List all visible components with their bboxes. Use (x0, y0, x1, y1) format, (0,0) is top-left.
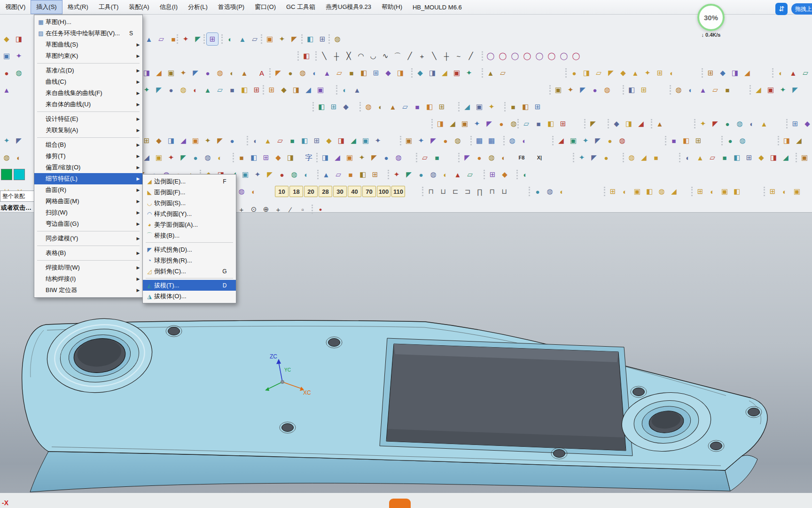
toolbar-icon[interactable]: ◍ (486, 151, 497, 164)
toolbar-icon[interactable]: ◢ (303, 84, 314, 96)
toolbar-icon[interactable]: ◢ (668, 185, 679, 198)
toolbar-icon[interactable]: ▲ (202, 84, 213, 96)
toolbar-icon[interactable]: ◐ (190, 84, 201, 96)
toolbar-icon[interactable]: ■ (722, 84, 733, 96)
insert-menu-item[interactable]: 关联复制(A)▶ (34, 125, 142, 136)
detail-submenu-item[interactable]: ⌒桥接(B)... (143, 230, 236, 241)
toolbar-icon[interactable]: ▱ (710, 84, 721, 96)
detail-submenu-item[interactable]: ◿倒斜角(C)...G (143, 266, 236, 277)
toolbar-icon[interactable]: ◤ (273, 67, 284, 79)
toolbar-icon[interactable]: ◤ (428, 135, 439, 147)
toolbar-icon[interactable]: ▣ (190, 135, 201, 147)
toolbar-icon[interactable]: ⊞ (369, 168, 381, 181)
toolbar-icon[interactable]: ▣ (459, 118, 470, 130)
detail-submenu-item[interactable]: ◠样式倒圆(Y)... (143, 208, 236, 219)
toolbar-icon[interactable]: ◧ (731, 185, 742, 198)
toolbar-icon[interactable]: A (256, 67, 267, 79)
toolbar-icon[interactable]: ✦ (471, 118, 483, 130)
toolbar-icon[interactable]: ▱ (464, 168, 476, 181)
toolbar-icon[interactable]: ⊞ (436, 101, 447, 113)
toolbar-icon[interactable]: ◍ (601, 84, 613, 96)
menubar-item[interactable]: 格式(R) (62, 0, 94, 14)
small-hole[interactable] (282, 424, 294, 432)
toolbar-icon[interactable]: ✦ (463, 67, 475, 79)
toolbar-icon[interactable]: ◯ (534, 50, 545, 62)
toolbar-icon[interactable]: ∿ (380, 50, 391, 62)
toolbar-icon[interactable]: ◍ (428, 168, 439, 181)
small-hole[interactable] (633, 388, 645, 396)
toolbar-icon[interactable]: ◨ (320, 151, 331, 164)
toolbar-icon[interactable]: ▲ (239, 67, 250, 79)
toolbar-icon[interactable]: ◤ (368, 151, 380, 164)
toolbar-icon[interactable]: ▱ (249, 33, 260, 45)
toolbar-icon[interactable]: ◠ (355, 50, 367, 62)
toolbar-icon[interactable]: ◐ (225, 33, 236, 45)
toolbar-icon[interactable]: ◤ (484, 118, 495, 130)
toolbar-icon[interactable]: ⊕ (260, 203, 272, 215)
detail-submenu-item[interactable]: ◔球形拐角(R)... (143, 255, 236, 266)
toolbar-icon[interactable]: + (416, 50, 428, 62)
toolbar-icon[interactable]: ⊔ (437, 185, 449, 198)
toolbar-icon[interactable]: ⊞ (638, 84, 649, 96)
toolbar-icon[interactable]: ■ (719, 151, 730, 164)
toolbar-icon[interactable]: ▱ (399, 101, 411, 113)
toolbar-icon[interactable]: ◍ (289, 168, 300, 181)
toolbar-icon[interactable]: ■ (236, 151, 247, 164)
small-hole[interactable] (328, 339, 340, 347)
toolbar-icon[interactable]: ✦ (486, 101, 497, 113)
toolbar-icon[interactable]: ◨ (768, 151, 779, 164)
toolbar-icon[interactable]: ⊏ (450, 185, 461, 198)
toolbar-icon[interactable]: ▣ (153, 151, 164, 164)
toolbar-icon[interactable]: ▣ (1, 50, 12, 62)
toolbar-icon[interactable]: ⊓ (486, 185, 498, 198)
toolbar-icon[interactable]: ■ (508, 101, 519, 113)
toolbar-icon[interactable]: ◆ (499, 168, 510, 181)
size-button-30[interactable]: 30 (333, 186, 347, 197)
toolbar-icon[interactable]: ■ (287, 135, 298, 147)
toolbar-icon[interactable]: ◧ (644, 185, 655, 198)
toolbar-icon[interactable]: ◨ (729, 67, 741, 79)
toolbar-icon[interactable]: ◤ (214, 135, 226, 147)
toolbar-icon[interactable]: ◡ (367, 50, 379, 62)
insert-menu-item[interactable]: 细节特征(L)▶ (34, 173, 142, 184)
toolbar-icon[interactable]: ● (532, 185, 543, 198)
detail-submenu-item[interactable]: ◮拔模体(O)... (143, 291, 236, 302)
toolbar-icon[interactable]: ◢ (461, 101, 473, 113)
toolbar-icon[interactable]: + (273, 203, 284, 215)
toolbar-icon[interactable]: ▲ (262, 135, 273, 147)
toolbar-icon[interactable]: ◢ (348, 135, 359, 147)
toolbar-icon[interactable]: ▲ (320, 168, 332, 181)
toolbar-icon[interactable]: ▱ (497, 67, 508, 79)
toolbar-icon[interactable]: ◨ (285, 151, 296, 164)
toolbar-icon[interactable]: ◆ (340, 101, 351, 113)
toolbar-icon[interactable]: ✦ (276, 33, 288, 45)
toolbar-icon[interactable]: ▲ (452, 168, 463, 181)
toolbar-icon[interactable]: ● (315, 203, 326, 215)
toolbar-icon[interactable]: ■ (345, 168, 356, 181)
toolbar-icon[interactable]: ● (285, 67, 296, 79)
toolbar-icon[interactable]: ╳ (343, 50, 354, 62)
size-button-28[interactable]: 28 (319, 186, 332, 197)
toolbar-icon[interactable]: ◐ (556, 185, 568, 198)
toolbar-icon[interactable]: ◧ (520, 101, 531, 113)
toolbar-icon[interactable]: ◯ (485, 50, 496, 62)
toolbar-icon[interactable]: ✦ (391, 168, 402, 181)
toolbar-icon[interactable]: ◢ (153, 67, 164, 79)
toolbar-icon[interactable]: ● (381, 151, 392, 164)
toolbar-icon[interactable]: ◍ (332, 33, 343, 45)
toolbar-icon[interactable]: ◆ (617, 67, 629, 79)
insert-menu-item[interactable]: 设计特征(E)▶ (34, 113, 142, 125)
toolbar-icon[interactable]: ■ (650, 151, 662, 164)
toolbar-icon[interactable]: ✦ (580, 135, 591, 147)
size-button-20[interactable]: 20 (304, 186, 318, 197)
toolbar-icon[interactable]: ◢ (742, 67, 753, 79)
toolbar-icon[interactable]: ▣ (632, 185, 643, 198)
toolbar-icon[interactable]: ⊞ (317, 33, 328, 45)
insert-menu-item[interactable]: 网格曲面(M)▶ (34, 196, 142, 207)
insert-menu-item[interactable]: 来自曲线集的曲线(F)▶ (34, 87, 142, 99)
toolbar-icon[interactable]: ▫ (297, 203, 308, 215)
toolbar-icon[interactable]: ✦ (642, 67, 653, 79)
insert-menu-item[interactable]: 偏置/缩放(O)▶ (34, 162, 142, 173)
toolbar-icon[interactable]: ⊞ (743, 151, 755, 164)
toolbar-icon[interactable]: ◯ (570, 50, 582, 62)
